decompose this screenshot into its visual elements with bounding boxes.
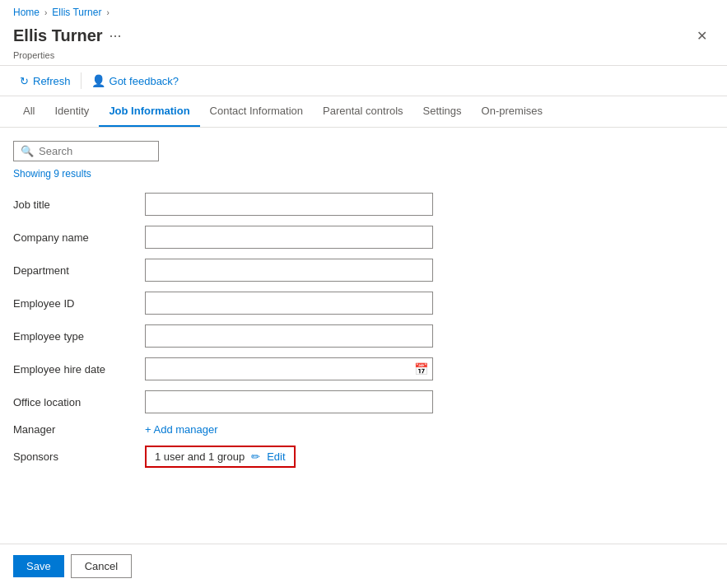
office-location-row: Office location [13,390,714,413]
breadcrumb-user[interactable]: Ellis Turner [52,7,101,18]
sponsors-text: 1 user and 1 group [155,450,245,463]
breadcrumb-home[interactable]: Home [13,7,40,18]
breadcrumb-chevron: › [44,8,47,17]
sponsors-value-container: 1 user and 1 group ✏ Edit [145,446,296,468]
employee-id-row: Employee ID [13,292,714,315]
employee-hire-date-label: Employee hire date [13,363,145,376]
content: 🔍 Showing 9 results Job title Company na… [0,128,727,491]
manager-row: Manager + Add manager [13,423,714,436]
cancel-button[interactable]: Cancel [71,554,132,578]
refresh-label: Refresh [33,75,71,87]
tab-on-premises[interactable]: On-premises [472,96,552,127]
feedback-icon: 👤 [91,74,105,87]
employee-hire-date-row: Employee hire date 📅 [13,357,714,380]
more-options-button[interactable]: ··· [110,27,122,44]
close-button[interactable]: ✕ [690,25,714,47]
refresh-button[interactable]: ↻ Refresh [13,72,77,91]
toolbar: ↻ Refresh 👤 Got feedback? [0,65,727,96]
tab-all[interactable]: All [13,96,44,127]
office-location-input[interactable] [145,390,433,413]
calendar-icon: 📅 [414,362,428,376]
job-title-input[interactable] [145,193,433,216]
department-row: Department [13,259,714,282]
job-title-label: Job title [13,198,145,211]
toolbar-separator [81,72,82,89]
employee-id-label: Employee ID [13,297,145,310]
manager-label: Manager [13,423,145,436]
tab-identity[interactable]: Identity [44,96,99,127]
footer: Save Cancel [0,544,727,588]
save-button[interactable]: Save [13,555,64,577]
sponsors-row: Sponsors 1 user and 1 group ✏ Edit [13,446,714,468]
department-input[interactable] [145,259,433,282]
tabs: All Identity Job Information Contact Inf… [0,96,727,128]
search-input[interactable] [39,145,146,157]
feedback-button[interactable]: 👤 Got feedback? [85,71,186,91]
tab-settings[interactable]: Settings [413,96,472,127]
employee-id-input[interactable] [145,292,433,315]
tab-job-information[interactable]: Job Information [99,96,199,127]
department-label: Department [13,264,145,277]
page-title: Ellis Turner [13,26,103,45]
pencil-icon: ✏ [251,450,260,463]
feedback-label: Got feedback? [110,75,179,87]
job-title-row: Job title [13,193,714,216]
properties-label: Properties [0,50,727,65]
search-icon: 🔍 [21,145,34,157]
breadcrumb-chevron2: › [106,8,109,17]
employee-type-input[interactable] [145,324,433,348]
title-bar: Ellis Turner ··· ✕ [0,21,727,50]
company-name-row: Company name [13,226,714,249]
results-count: Showing 9 results [13,168,714,180]
employee-hire-date-input[interactable] [145,357,433,380]
sponsors-label: Sponsors [13,450,145,463]
date-wrapper: 📅 [145,357,433,380]
tab-contact-information[interactable]: Contact Information [200,96,313,127]
add-manager-button[interactable]: + Add manager [145,423,218,436]
company-name-label: Company name [13,231,145,244]
breadcrumb: Home › Ellis Turner › [0,0,727,21]
employee-type-label: Employee type [13,330,145,343]
title-left: Ellis Turner ··· [13,26,122,45]
sponsors-edit-button[interactable]: Edit [267,450,285,463]
employee-type-row: Employee type [13,324,714,348]
company-name-input[interactable] [145,226,433,249]
refresh-icon: ↻ [20,75,29,87]
tab-parental-controls[interactable]: Parental controls [313,96,413,127]
search-bar: 🔍 [13,141,159,161]
office-location-label: Office location [13,396,145,408]
